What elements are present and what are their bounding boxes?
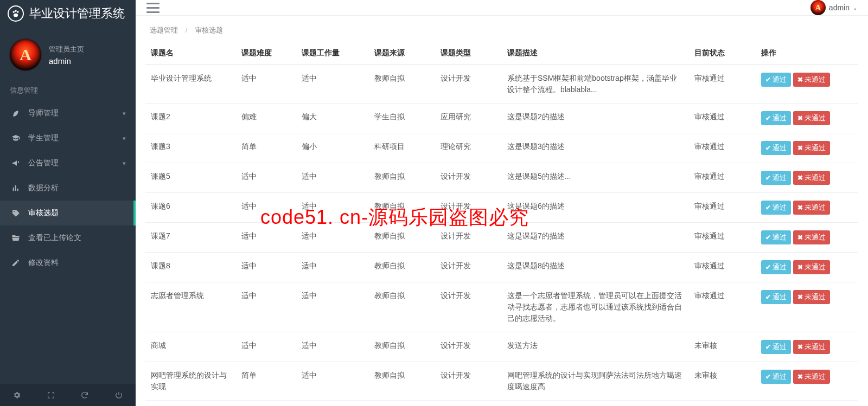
settings-button[interactable] — [0, 384, 34, 406]
reject-button[interactable]: ✖未通过 — [793, 340, 830, 354]
sidebar-item-analytics[interactable]: 数据分析 — [0, 176, 136, 201]
sidebar-item-review[interactable]: 审核选题 — [0, 201, 136, 225]
approve-button[interactable]: ✔通过 — [761, 370, 791, 384]
graduation-cap-icon — [10, 134, 22, 143]
topbar: A admin ⌄ — [136, 0, 868, 16]
btn-label: 通过 — [773, 342, 787, 352]
reject-button[interactable]: ✖未通过 — [793, 370, 830, 384]
check-icon: ✔ — [765, 174, 771, 182]
topics-table: 课题名 课题难度 课题工作量 课题来源 课题类型 课题描述 目前状态 操作 毕业… — [145, 42, 858, 401]
btn-label: 通过 — [773, 75, 787, 85]
reject-button[interactable]: ✖未通过 — [793, 260, 830, 274]
approve-button[interactable]: ✔通过 — [761, 340, 791, 354]
approve-button[interactable]: ✔通过 — [761, 111, 791, 125]
refresh-button[interactable] — [68, 384, 102, 406]
check-icon: ✔ — [765, 204, 771, 211]
cell-difficulty: 适中 — [236, 253, 296, 282]
sidebar-section: 信息管理 — [0, 80, 136, 101]
sidebar-item-label: 查看已上传论文 — [28, 233, 81, 243]
check-icon: ✔ — [765, 343, 771, 351]
cell-action: ✔通过✖未通过 — [756, 223, 858, 253]
sidebar-item-profile[interactable]: 修改资料 — [0, 250, 136, 275]
approve-button[interactable]: ✔通过 — [761, 141, 791, 155]
sidebar-item-announce[interactable]: 公告管理 ▾ — [0, 151, 136, 176]
brand-title: 毕业设计管理系统 — [29, 5, 125, 22]
reject-button[interactable]: ✖未通过 — [793, 201, 830, 215]
reject-button[interactable]: ✖未通过 — [793, 73, 830, 87]
fullscreen-button[interactable] — [34, 384, 68, 406]
cell-desc: 网吧管理系统的设计与实现阿萨法法司法所地方噶速度噶速度高 — [502, 362, 689, 401]
check-icon: ✔ — [765, 263, 771, 271]
breadcrumb-item[interactable]: 审核选题 — [195, 26, 223, 34]
cell-desc: 这是课题5的描述... — [502, 163, 689, 193]
sidebar-user[interactable]: A 管理员主页 admin — [0, 27, 136, 80]
th-status: 目前状态 — [689, 42, 755, 65]
cell-status: 审核通过 — [689, 104, 755, 133]
table-row: 课题2偏难偏大学生自拟应用研究这是课题2的描述审核通过✔通过✖未通过 — [145, 104, 858, 133]
breadcrumb: 选题管理 / 审核选题 — [136, 16, 868, 42]
cell-difficulty: 简单 — [236, 362, 296, 401]
cell-source: 科研项目 — [369, 133, 435, 163]
th-desc: 课题描述 — [502, 42, 689, 65]
brand[interactable]: 毕业设计管理系统 — [0, 0, 136, 27]
cell-type: 设计开发 — [435, 193, 501, 223]
bullhorn-icon — [10, 159, 22, 167]
btn-label: 未通过 — [805, 173, 826, 183]
btn-label: 通过 — [773, 113, 787, 123]
edit-icon — [10, 259, 22, 267]
reject-button[interactable]: ✖未通过 — [793, 290, 830, 304]
approve-button[interactable]: ✔通过 — [761, 171, 791, 185]
reject-button[interactable]: ✖未通过 — [793, 111, 830, 125]
btn-label: 未通过 — [805, 233, 826, 242]
close-icon: ✖ — [797, 144, 803, 152]
sidebar-item-uploads[interactable]: 查看已上传论文 — [0, 225, 136, 250]
btn-label: 通过 — [773, 233, 787, 242]
cell-type: 设计开发 — [435, 282, 501, 332]
btn-label: 未通过 — [805, 143, 826, 153]
sidebar: 毕业设计管理系统 A 管理员主页 admin 信息管理 导师管理 ▾ 学生管理 … — [0, 0, 136, 406]
sidebar-item-label: 审核选题 — [28, 208, 59, 218]
close-icon: ✖ — [797, 263, 803, 271]
cell-source: 教师自拟 — [369, 362, 435, 401]
sidebar-footer — [0, 384, 136, 406]
menu-toggle-button[interactable] — [146, 3, 159, 13]
close-icon: ✖ — [797, 343, 803, 351]
sidebar-item-tutor[interactable]: 导师管理 ▾ — [0, 101, 136, 126]
check-icon: ✔ — [765, 76, 771, 83]
user-name: admin — [49, 56, 84, 66]
sidebar-item-student[interactable]: 学生管理 ▾ — [0, 126, 136, 151]
cell-workload: 适中 — [296, 332, 369, 362]
cell-name: 课题7 — [145, 223, 236, 253]
cell-type: 设计开发 — [435, 332, 501, 362]
user-dropdown[interactable]: A admin ⌄ — [810, 0, 857, 15]
cell-workload: 适中 — [296, 163, 369, 193]
reject-button[interactable]: ✖未通过 — [793, 141, 830, 155]
cell-difficulty: 适中 — [236, 163, 296, 193]
cell-source: 教师自拟 — [369, 253, 435, 282]
approve-button[interactable]: ✔通过 — [761, 290, 791, 304]
breadcrumb-item[interactable]: 选题管理 — [150, 26, 178, 34]
main: A admin ⌄ 选题管理 / 审核选题 课题名 课题难度 课题工作量 课题来… — [136, 0, 868, 406]
approve-button[interactable]: ✔通过 — [761, 230, 791, 244]
cell-action: ✔通过✖未通过 — [756, 282, 858, 332]
btn-label: 未通过 — [805, 203, 826, 212]
folder-open-icon — [10, 234, 22, 242]
user-role: 管理员主页 — [49, 44, 84, 54]
btn-label: 通过 — [773, 292, 787, 302]
th-name: 课题名 — [145, 42, 236, 65]
approve-button[interactable]: ✔通过 — [761, 260, 791, 274]
approve-button[interactable]: ✔通过 — [761, 201, 791, 215]
sidebar-item-label: 导师管理 — [28, 108, 59, 118]
reject-button[interactable]: ✖未通过 — [793, 230, 830, 244]
table-row: 志愿者管理系统适中适中教师自拟设计开发这是一个志愿者管理系统，管理员可以在上面提… — [145, 282, 858, 332]
power-button[interactable] — [102, 384, 136, 406]
btn-label: 通过 — [773, 203, 787, 212]
svg-point-1 — [15, 10, 17, 12]
cell-source: 教师自拟 — [369, 163, 435, 193]
approve-button[interactable]: ✔通过 — [761, 73, 791, 87]
btn-label: 未通过 — [805, 342, 826, 352]
cell-source: 学生自拟 — [369, 104, 435, 133]
cell-desc: 系统基于SSM框架和前端bootstrap框架，涵盖毕业设计整个流程。blabl… — [502, 65, 689, 104]
avatar: A — [10, 39, 41, 70]
reject-button[interactable]: ✖未通过 — [793, 171, 830, 185]
